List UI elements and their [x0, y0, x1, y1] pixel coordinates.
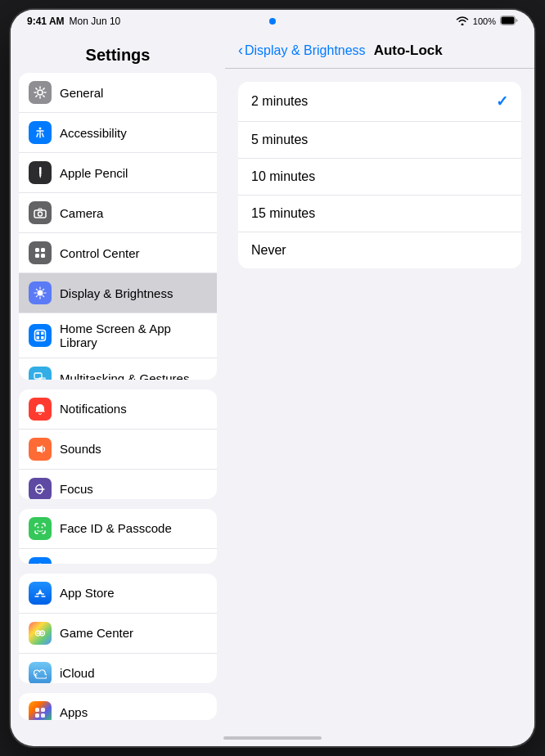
accessibility-icon: [29, 121, 52, 144]
option-never-label: Never: [251, 243, 286, 258]
svg-point-12: [38, 290, 43, 296]
multitasking-label: Multitasking & Gestures: [60, 371, 189, 380]
option-5min-label: 5 minutes: [251, 133, 308, 147]
sidebar-item-apple-pencil[interactable]: Apple Pencil: [19, 153, 217, 193]
svg-rect-34: [35, 708, 39, 712]
sidebar-item-game-center[interactable]: Game Center: [19, 614, 217, 654]
svg-rect-8: [35, 248, 39, 252]
status-time: 9:41 AM: [27, 16, 65, 27]
svg-point-30: [41, 632, 43, 633]
svg-rect-19: [38, 377, 46, 380]
svg-rect-14: [37, 332, 40, 335]
svg-point-25: [38, 526, 39, 528]
sidebar-item-camera[interactable]: Camera: [19, 193, 217, 233]
control-center-icon: [29, 241, 52, 264]
sidebar-item-general[interactable]: General: [19, 73, 217, 113]
svg-rect-9: [41, 248, 45, 252]
option-5min[interactable]: 5 minutes: [238, 122, 521, 159]
display-label: Display & Brightness: [60, 286, 173, 300]
sounds-icon: [29, 438, 52, 461]
game-center-icon: [29, 622, 52, 645]
svg-marker-23: [37, 445, 43, 453]
app-store-label: App Store: [60, 586, 115, 600]
icloud-icon: [29, 662, 52, 683]
control-center-label: Control Center: [60, 246, 140, 260]
notifications-label: Notifications: [60, 402, 127, 416]
apple-pencil-label: Apple Pencil: [60, 166, 128, 180]
general-icon: [29, 81, 52, 104]
option-2min[interactable]: 2 minutes ✓: [238, 82, 521, 122]
svg-rect-35: [41, 708, 45, 712]
camera-icon: [29, 201, 52, 224]
display-icon: [29, 281, 52, 304]
accessibility-label: Accessibility: [60, 126, 127, 140]
detail-panel: ‹ Display & Brightness Auto-Lock 2 minut…: [225, 33, 534, 730]
sidebar-group-1: General Accessibility: [19, 73, 217, 380]
status-center-dot: [269, 18, 276, 25]
sidebar-item-face-id[interactable]: Face ID & Passcode: [19, 509, 217, 549]
status-bar-left: 9:41 AM Mon Jun 10: [27, 16, 120, 27]
sidebar-item-focus[interactable]: Focus: [19, 470, 217, 499]
icloud-label: iCloud: [60, 666, 95, 680]
detail-header: ‹ Display & Brightness Auto-Lock: [225, 33, 534, 69]
svg-rect-17: [41, 336, 44, 340]
battery-icon: [500, 14, 518, 29]
camera-label: Camera: [60, 206, 103, 220]
back-label: Display & Brightness: [245, 43, 366, 58]
svg-point-29: [37, 632, 38, 633]
home-screen-icon: [29, 324, 52, 347]
sidebar-item-apps[interactable]: Apps: [19, 693, 217, 720]
back-button[interactable]: ‹ Display & Brightness: [238, 42, 366, 59]
status-date: Mon Jun 10: [70, 16, 121, 27]
sidebar-item-display[interactable]: Display & Brightness: [19, 273, 217, 313]
face-id-icon: [29, 517, 52, 540]
auto-lock-options: 2 minutes ✓ 5 minutes 10 minutes 15 minu…: [238, 82, 521, 268]
home-screen-label: Home Screen & App Library: [60, 322, 207, 349]
home-bar: [223, 736, 322, 740]
option-10min-label: 10 minutes: [251, 169, 315, 184]
sidebar-item-sounds[interactable]: Sounds: [19, 430, 217, 470]
option-10min[interactable]: 10 minutes: [238, 159, 521, 196]
svg-rect-37: [41, 713, 45, 718]
option-15min[interactable]: 15 minutes: [238, 196, 521, 232]
svg-point-7: [38, 212, 43, 216]
device-frame: 9:41 AM Mon Jun 10 100%: [11, 10, 534, 746]
sidebar-group-2: Notifications Sounds: [19, 389, 217, 499]
apps-label: Apps: [60, 705, 88, 719]
svg-rect-1: [502, 17, 515, 25]
sidebar-item-icloud[interactable]: iCloud: [19, 654, 217, 683]
svg-point-26: [42, 526, 43, 528]
privacy-icon: [29, 557, 52, 564]
sidebar-title: Settings: [11, 33, 225, 73]
option-2min-check: ✓: [496, 92, 508, 110]
svg-rect-11: [41, 254, 45, 258]
privacy-label: Privacy & Security: [60, 561, 160, 563]
face-id-label: Face ID & Passcode: [60, 521, 172, 535]
apps-icon: [29, 701, 52, 720]
sounds-label: Sounds: [60, 442, 101, 456]
sidebar-item-accessibility[interactable]: Accessibility: [19, 113, 217, 153]
detail-content: 2 minutes ✓ 5 minutes 10 minutes 15 minu…: [225, 69, 534, 730]
focus-icon: [29, 478, 52, 499]
general-label: General: [60, 86, 103, 100]
apple-pencil-icon: [29, 161, 52, 184]
sidebar: Settings General: [11, 33, 225, 730]
notifications-icon: [29, 398, 52, 421]
wifi-icon: [456, 16, 469, 27]
multitasking-icon: [29, 367, 52, 380]
sidebar-item-home-screen[interactable]: Home Screen & App Library: [19, 313, 217, 358]
sidebar-item-notifications[interactable]: Notifications: [19, 389, 217, 430]
svg-rect-10: [35, 254, 39, 258]
sidebar-item-app-store[interactable]: App Store: [19, 574, 217, 614]
home-indicator: [11, 730, 534, 746]
svg-rect-16: [37, 336, 40, 340]
option-2min-label: 2 minutes: [251, 94, 308, 109]
option-never[interactable]: Never: [238, 232, 521, 268]
sidebar-item-privacy[interactable]: Privacy & Security: [19, 549, 217, 564]
sidebar-group-3: Face ID & Passcode Privacy & Security: [19, 509, 217, 564]
svg-rect-15: [41, 332, 44, 335]
back-chevron-icon: ‹: [238, 42, 243, 59]
sidebar-item-multitasking[interactable]: Multitasking & Gestures: [19, 358, 217, 380]
sidebar-item-control-center[interactable]: Control Center: [19, 233, 217, 273]
svg-marker-5: [39, 175, 42, 178]
